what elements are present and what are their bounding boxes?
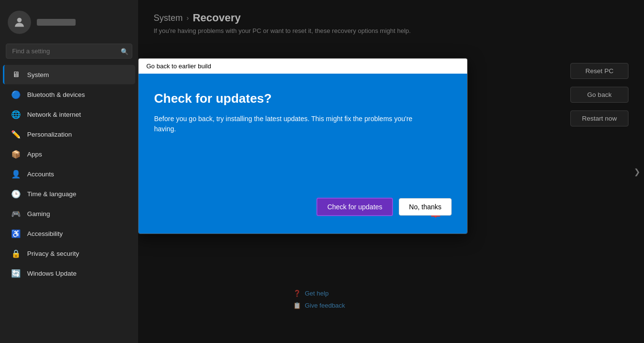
- main-content: System › Recovery If you're having probl…: [138, 0, 644, 343]
- windows-update-icon: 🔄: [11, 268, 21, 279]
- system-icon: 🖥: [11, 69, 21, 80]
- sidebar-item-gaming[interactable]: 🎮 Gaming: [3, 204, 135, 223]
- check-for-updates-dialog: Go back to earlier build Check for updat…: [138, 58, 468, 234]
- sidebar-item-time[interactable]: 🕒 Time & language: [3, 184, 135, 203]
- username-placeholder: [37, 19, 76, 26]
- sidebar-item-label: Time & language: [27, 190, 77, 198]
- sidebar-item-label: Bluetooth & devices: [27, 91, 85, 98]
- sidebar-nav: 🖥 System 🔵 Bluetooth & devices 🌐 Network…: [0, 62, 138, 343]
- sidebar-item-privacy[interactable]: 🔒 Privacy & security: [3, 244, 135, 263]
- dialog-description: Before you go back, try installing the l…: [154, 114, 425, 134]
- dialog-heading: Check for updates?: [154, 91, 452, 106]
- privacy-icon: 🔒: [11, 248, 21, 259]
- sidebar-item-label: Windows Update: [27, 270, 77, 277]
- network-icon: 🌐: [11, 109, 21, 120]
- avatar: [8, 11, 31, 34]
- profile-section: [0, 5, 138, 42]
- personalization-icon: ✏️: [11, 129, 21, 140]
- sidebar-item-apps[interactable]: 📦 Apps: [3, 144, 135, 164]
- sidebar-item-network[interactable]: 🌐 Network & internet: [3, 105, 135, 124]
- bluetooth-icon: 🔵: [11, 89, 21, 100]
- user-icon: [13, 16, 26, 29]
- sidebar-item-label: Apps: [27, 151, 42, 158]
- search-icon: 🔍: [121, 47, 128, 55]
- sidebar-item-windows-update[interactable]: 🔄 Windows Update: [3, 264, 135, 283]
- apps-icon: 📦: [11, 149, 21, 159]
- sidebar-item-personalization[interactable]: ✏️ Personalization: [3, 125, 135, 144]
- sidebar-item-label: Accessibility: [27, 230, 63, 237]
- search-input[interactable]: [6, 44, 132, 59]
- time-icon: 🕒: [11, 188, 21, 199]
- sidebar-item-accessibility[interactable]: ♿ Accessibility: [3, 224, 135, 243]
- sidebar-item-label: Privacy & security: [27, 250, 79, 257]
- sidebar-item-system[interactable]: 🖥 System: [3, 65, 135, 84]
- accounts-icon: 👤: [11, 169, 21, 179]
- search-bar[interactable]: 🔍: [6, 44, 132, 59]
- no-thanks-button[interactable]: No, thanks: [399, 198, 452, 216]
- sidebar-item-label: Accounts: [27, 171, 54, 178]
- sidebar-item-bluetooth[interactable]: 🔵 Bluetooth & devices: [3, 85, 135, 104]
- sidebar-item-label: Gaming: [27, 210, 50, 218]
- dialog-title-bar: Go back to earlier build: [139, 59, 467, 74]
- gaming-icon: 🎮: [11, 208, 21, 219]
- accessibility-icon: ♿: [11, 228, 21, 239]
- sidebar-item-label: Network & internet: [27, 111, 81, 118]
- svg-point-0: [17, 18, 21, 22]
- check-for-updates-button[interactable]: Check for updates: [316, 198, 393, 216]
- sidebar-item-label: Personalization: [27, 131, 72, 138]
- sidebar: 🔍 🖥 System 🔵 Bluetooth & devices 🌐 Netwo…: [0, 0, 138, 343]
- sidebar-item-label: System: [27, 71, 49, 78]
- dialog-body: Check for updates? Before you go back, t…: [139, 74, 467, 234]
- sidebar-item-accounts[interactable]: 👤 Accounts: [3, 164, 135, 184]
- dialog-buttons: Check for updates No, thanks: [316, 198, 452, 216]
